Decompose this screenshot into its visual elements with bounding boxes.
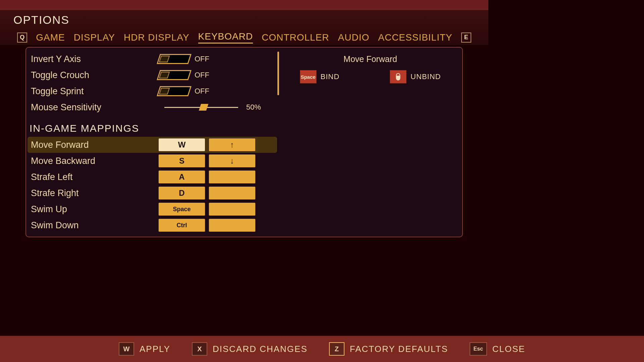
toggle-switch[interactable] (157, 86, 192, 96)
keybind-secondary[interactable]: ↓ (209, 154, 256, 168)
toggle-knob (159, 56, 170, 62)
mapping-label: Strafe Left (31, 172, 158, 182)
keybind-primary[interactable]: S (158, 154, 205, 168)
setting-invert-y[interactable]: Invert Y Axis OFF (26, 51, 278, 67)
window-top-bar (0, 0, 488, 10)
mapping-label: Strafe Right (31, 188, 158, 198)
toggle-value: OFF (195, 87, 209, 96)
main-panel: Invert Y Axis OFF Toggle Crouch OFF Togg… (25, 47, 463, 237)
page-title: OPTIONS (13, 13, 475, 26)
setting-label: Toggle Sprint (31, 86, 158, 97)
keybind-primary[interactable]: D (158, 186, 205, 200)
detail-column: Move Forward Space BIND UNBIND (278, 48, 462, 237)
slider-knob[interactable] (199, 104, 208, 111)
tab-game[interactable]: GAME (36, 32, 65, 43)
toggle-value: OFF (195, 55, 209, 63)
mapping-swim-up[interactable]: Swim Up Space (26, 201, 278, 217)
unbind-action[interactable]: UNBIND (390, 70, 441, 83)
tab-audio[interactable]: AUDIO (338, 32, 370, 43)
mouse-icon (390, 70, 407, 83)
mapping-label: Move Forward (31, 140, 158, 150)
keybind-secondary[interactable] (209, 170, 256, 184)
mapping-swim-down[interactable]: Swim Down Ctrl (26, 217, 278, 233)
tab-keyboard[interactable]: KEYBOARD (198, 31, 253, 44)
tab-accessibility[interactable]: ACCESSIBILITY (378, 32, 452, 43)
detail-actions: Space BIND UNBIND (300, 70, 441, 83)
setting-toggle-crouch[interactable]: Toggle Crouch OFF (26, 67, 278, 83)
unbind-label: UNBIND (411, 72, 441, 81)
keybind-secondary[interactable]: ↑ (209, 138, 256, 152)
toggle-knob (159, 72, 170, 78)
scrollbar-thumb[interactable] (277, 52, 279, 95)
setting-mouse-sensitivity[interactable]: Mouse Sensitivity 50% (26, 99, 278, 115)
mapping-strafe-left[interactable]: Strafe Left A (26, 169, 278, 185)
bind-label: BIND (321, 72, 340, 81)
toggle-value: OFF (195, 71, 209, 79)
keybind-secondary[interactable] (209, 219, 256, 232)
keybind-primary[interactable]: Ctrl (158, 219, 205, 232)
toggle-knob (159, 88, 170, 95)
tab-next-key[interactable]: E (461, 33, 471, 43)
setting-label: Toggle Crouch (31, 70, 158, 80)
keybind-primary[interactable]: Space (158, 202, 205, 216)
mapping-label: Move Backward (31, 156, 158, 166)
toggle-switch[interactable] (157, 70, 192, 80)
mapping-label: Swim Up (31, 204, 158, 215)
tab-controller[interactable]: CONTROLLER (262, 32, 329, 43)
section-title: IN-GAME MAPPINGS (26, 115, 278, 137)
keybind-primary[interactable]: A (158, 170, 205, 184)
header: OPTIONS Q GAME DISPLAY HDR DISPLAY KEYBO… (0, 10, 488, 45)
bind-key-hint: Space (300, 70, 317, 83)
sensitivity-slider[interactable] (164, 107, 238, 108)
keybind-secondary[interactable] (209, 202, 256, 216)
tab-display[interactable]: DISPLAY (74, 32, 115, 43)
mapping-label: Swim Down (31, 220, 158, 231)
toggle-switch[interactable] (157, 54, 192, 64)
tab-bar: Q GAME DISPLAY HDR DISPLAY KEYBOARD CONT… (13, 26, 475, 45)
keybind-secondary[interactable] (209, 186, 256, 200)
mapping-next-partial[interactable] (26, 233, 278, 237)
bind-action[interactable]: Space BIND (300, 70, 340, 83)
keybind-primary[interactable]: W (158, 138, 205, 152)
mapping-move-backward[interactable]: Move Backward S ↓ (26, 153, 278, 169)
tab-hdr-display[interactable]: HDR DISPLAY (124, 32, 190, 43)
setting-label: Mouse Sensitivity (31, 102, 158, 113)
setting-label: Invert Y Axis (31, 54, 158, 64)
tab-prev-key[interactable]: Q (17, 33, 27, 43)
setting-toggle-sprint[interactable]: Toggle Sprint OFF (26, 83, 278, 99)
detail-title: Move Forward (343, 54, 397, 64)
mapping-strafe-right[interactable]: Strafe Right D (26, 185, 278, 201)
settings-column: Invert Y Axis OFF Toggle Crouch OFF Togg… (26, 48, 278, 237)
mapping-move-forward[interactable]: Move Forward W ↑ (28, 137, 277, 153)
slider-value: 50% (246, 103, 261, 112)
